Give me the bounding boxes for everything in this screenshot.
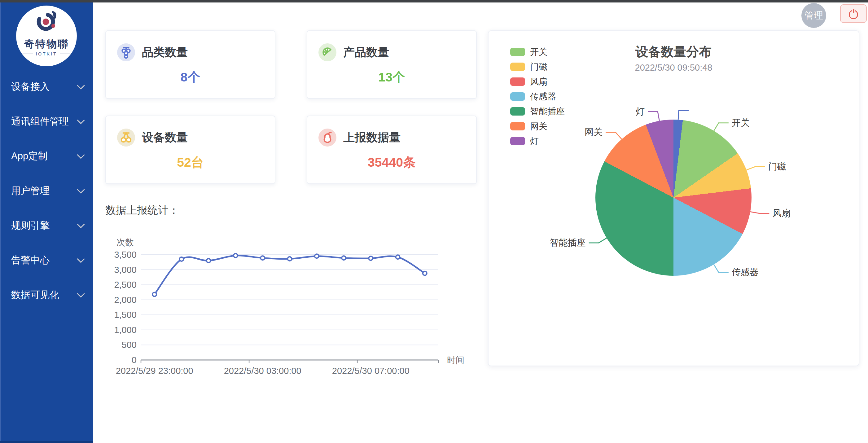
svg-text:时间: 时间 bbox=[447, 355, 464, 365]
lime-icon bbox=[318, 43, 336, 61]
power-icon bbox=[849, 9, 858, 18]
card-value: 35440条 bbox=[307, 154, 476, 171]
pie-slice-label: 灯 bbox=[636, 106, 645, 118]
legend-item[interactable]: 灯 bbox=[510, 136, 565, 146]
sidebar-item-label: 规则引擎 bbox=[11, 219, 50, 232]
legend-item[interactable]: 风扇 bbox=[510, 77, 565, 87]
card-value: 13个 bbox=[307, 69, 476, 86]
stat-card-category-count: 品类数量 8个 bbox=[105, 30, 275, 99]
card-title: 设备数量 bbox=[142, 130, 188, 145]
pie-slice-label: 门磁 bbox=[768, 160, 786, 173]
legend-swatch bbox=[510, 48, 525, 56]
pie-slice-label: 开关 bbox=[732, 117, 750, 129]
sidebar-item-label: 用户管理 bbox=[11, 184, 50, 197]
svg-text:2022/5/29 23:00:00: 2022/5/29 23:00:00 bbox=[116, 366, 193, 376]
stat-card-product-count: 产品数量 13个 bbox=[307, 30, 477, 99]
chevron-down-icon bbox=[77, 151, 85, 159]
pie-slice-label: 智能插座 bbox=[550, 237, 586, 249]
sidebar-item-alert-center[interactable]: 告警中心 bbox=[11, 253, 84, 268]
sidebar-item-label: 数据可见化 bbox=[11, 288, 59, 302]
card-value: 8个 bbox=[106, 69, 275, 86]
svg-text:2022/5/30 07:00:00: 2022/5/30 07:00:00 bbox=[332, 366, 409, 376]
legend-swatch bbox=[510, 77, 525, 86]
legend-item[interactable]: 智能插座 bbox=[510, 106, 565, 116]
svg-text:3,500: 3,500 bbox=[114, 250, 136, 260]
chevron-down-icon bbox=[77, 116, 85, 124]
legend-label: 网关 bbox=[530, 121, 547, 132]
brand-name-cn: 奇特物聯 bbox=[24, 38, 69, 50]
legend-label: 智能插座 bbox=[530, 106, 565, 118]
legend-label: 开关 bbox=[530, 46, 547, 58]
pear-icon bbox=[318, 129, 336, 147]
legend-swatch bbox=[510, 63, 525, 71]
legend-swatch bbox=[510, 122, 525, 130]
stat-card-device-count: 设备数量 52台 bbox=[105, 116, 275, 184]
brand-logo-icon bbox=[32, 9, 61, 38]
chevron-down-icon bbox=[77, 220, 85, 228]
avatar[interactable]: 管理 bbox=[801, 3, 826, 28]
legend-label: 灯 bbox=[530, 135, 539, 147]
chevron-down-icon bbox=[77, 82, 85, 89]
pie-slice-label: 传感器 bbox=[732, 266, 758, 279]
device-distribution-pie[interactable] bbox=[595, 120, 751, 276]
svg-text:1,000: 1,000 bbox=[114, 325, 136, 335]
svg-text:0: 0 bbox=[132, 355, 136, 365]
sidebar-item-data-visualization[interactable]: 数据可见化 bbox=[11, 287, 84, 303]
legend-item[interactable]: 传感器 bbox=[510, 92, 565, 101]
card-value: 52台 bbox=[106, 154, 275, 171]
brand-logo: 奇特物聯 IOTKIT bbox=[16, 6, 77, 66]
pie-slice-label: 风扇 bbox=[772, 207, 790, 220]
svg-text:2,500: 2,500 bbox=[114, 280, 136, 290]
legend-swatch bbox=[510, 107, 525, 116]
sidebar-item-rule-engine[interactable]: 规则引擎 bbox=[11, 218, 84, 233]
legend-swatch bbox=[510, 137, 525, 145]
svg-text:500: 500 bbox=[122, 340, 136, 350]
sidebar-item-label: 通讯组件管理 bbox=[11, 115, 69, 128]
chevron-down-icon bbox=[77, 255, 85, 263]
legend-label: 风扇 bbox=[530, 76, 547, 88]
grapes-icon bbox=[117, 43, 135, 61]
sidebar-bottom-strip bbox=[0, 441, 93, 443]
device-distribution-panel: 设备数量分布 2022/5/30 09:50:48 开关门磁风扇传感器智能插座网… bbox=[488, 30, 859, 366]
sidebar-item-app-custom[interactable]: App定制 bbox=[11, 149, 84, 164]
legend-item[interactable]: 网关 bbox=[510, 121, 565, 131]
cherry-icon bbox=[117, 129, 135, 147]
sidebar-item-user-mgmt[interactable]: 用户管理 bbox=[11, 183, 84, 198]
chevron-down-icon bbox=[77, 290, 85, 297]
card-title: 上报数据量 bbox=[343, 130, 401, 145]
report-stats-line-chart: 05001,0001,5002,0002,5003,0003,5002022/5… bbox=[93, 217, 465, 384]
sidebar-item-comm-components[interactable]: 通讯组件管理 bbox=[11, 114, 84, 129]
brand-name-en: IOTKIT bbox=[23, 52, 70, 56]
line-chart-section-title: 数据上报统计： bbox=[105, 203, 179, 218]
legend-swatch bbox=[510, 92, 525, 101]
legend-label: 传感器 bbox=[530, 91, 556, 102]
legend-label: 门磁 bbox=[530, 61, 547, 73]
sidebar: 奇特物聯 IOTKIT 设备接入 通讯组件管理 App定制 用户管理 规则引擎 … bbox=[0, 0, 93, 443]
svg-text:3,000: 3,000 bbox=[114, 265, 136, 275]
legend-item[interactable]: 开关 bbox=[510, 47, 565, 57]
sidebar-item-label: 设备接入 bbox=[11, 80, 50, 93]
sidebar-item-label: App定制 bbox=[11, 150, 48, 163]
svg-text:次数: 次数 bbox=[117, 238, 134, 247]
sidebar-item-device-access[interactable]: 设备接入 bbox=[11, 79, 84, 94]
pie-slice-label: 网关 bbox=[585, 126, 602, 138]
sidebar-scroll-track bbox=[0, 0, 1, 443]
card-title: 品类数量 bbox=[142, 44, 188, 60]
window-top-strip bbox=[0, 0, 868, 2]
svg-text:2,000: 2,000 bbox=[114, 295, 136, 305]
legend-item[interactable]: 门磁 bbox=[510, 62, 565, 71]
chevron-down-icon bbox=[77, 186, 85, 193]
stat-card-report-count: 上报数据量 35440条 bbox=[307, 116, 477, 184]
card-title: 产品数量 bbox=[343, 44, 389, 60]
logout-power-button[interactable] bbox=[840, 4, 867, 23]
svg-text:2022/5/30 03:00:00: 2022/5/30 03:00:00 bbox=[224, 366, 302, 376]
sidebar-item-label: 告警中心 bbox=[11, 254, 50, 267]
svg-text:1,500: 1,500 bbox=[114, 310, 136, 320]
pie-legend: 开关门磁风扇传感器智能插座网关灯 bbox=[510, 47, 565, 146]
